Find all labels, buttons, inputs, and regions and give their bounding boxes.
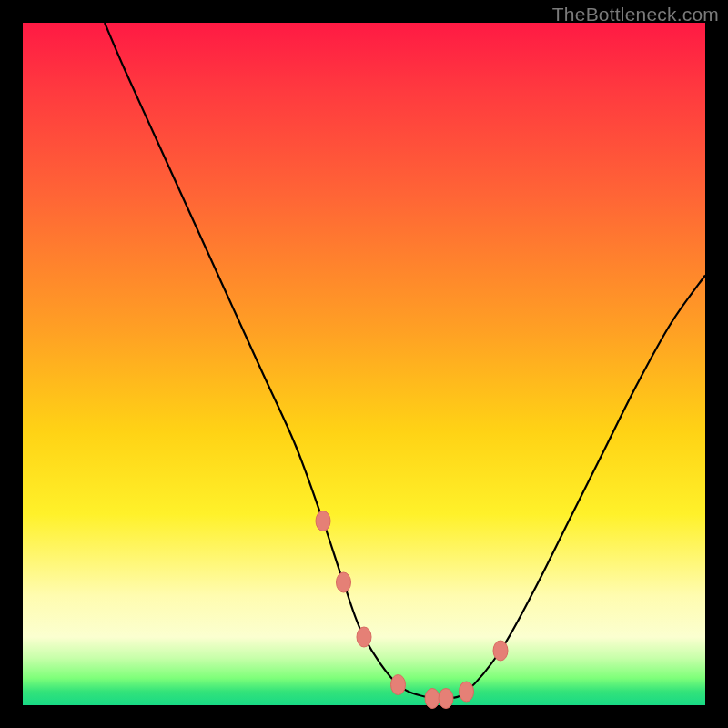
marker-point xyxy=(337,572,351,592)
marker-point xyxy=(425,689,440,709)
chart-frame: TheBottleneck.com xyxy=(0,0,728,728)
curve-line xyxy=(105,23,705,700)
watermark-text: TheBottleneck.com xyxy=(552,4,719,25)
bottleneck-curve xyxy=(23,23,705,705)
marker-point xyxy=(493,641,508,661)
marker-point xyxy=(357,627,371,647)
marker-point xyxy=(439,689,453,709)
marker-point xyxy=(391,675,406,695)
marker-point xyxy=(316,511,330,531)
marker-point xyxy=(460,682,474,702)
plot-area xyxy=(23,23,705,705)
